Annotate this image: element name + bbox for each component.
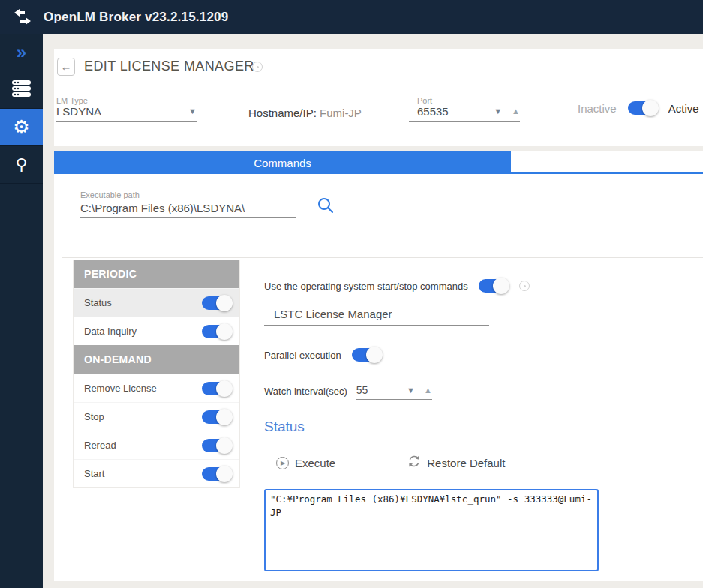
lm-type-field: LM Type ▼	[56, 96, 197, 122]
start-toggle[interactable]	[202, 467, 230, 481]
command-row-stop[interactable]: Stop	[74, 402, 239, 430]
sidebar-item-servers[interactable]	[0, 71, 43, 109]
play-circle-icon: ▶	[276, 457, 289, 470]
port-decrement-icon[interactable]: ▼	[494, 107, 502, 116]
watch-increment-icon[interactable]: ▲	[424, 386, 432, 394]
command-row-label: Data Inquiry	[84, 326, 137, 337]
reread-toggle[interactable]	[202, 439, 230, 452]
restore-default-label: Restore Default	[427, 457, 505, 470]
remove-license-toggle[interactable]	[202, 382, 230, 395]
execute-button[interactable]: ▶ Execute	[276, 457, 335, 470]
hostname-field: Hostname/IP: Fumi-JP	[248, 106, 362, 119]
tab-commands[interactable]: Commands	[54, 152, 511, 174]
executable-path-input[interactable]	[80, 202, 296, 218]
page-title: EDIT LICENSE MANAGER	[84, 58, 254, 74]
refresh-icon	[407, 454, 421, 471]
parallel-execution-label: Parallel execution	[264, 350, 341, 361]
execute-label: Execute	[295, 457, 335, 470]
port-label: Port	[409, 96, 520, 105]
bottom-divider	[62, 580, 703, 580]
stop-toggle[interactable]	[202, 410, 230, 424]
app-title: OpenLM Broker v23.2.15.1209	[44, 10, 228, 25]
title-info-icon	[252, 62, 263, 72]
active-label: Active	[668, 102, 699, 115]
topbar: OpenLM Broker v23.2.15.1209	[0, 0, 703, 34]
double-chevron-right-icon: »	[17, 44, 26, 62]
lm-type-label: LM Type	[56, 96, 197, 105]
port-input[interactable]	[417, 105, 470, 118]
port-increment-icon[interactable]: ▲	[512, 107, 520, 116]
command-row-status[interactable]: Status	[74, 288, 239, 316]
browse-search-button[interactable]	[317, 196, 335, 214]
watch-interval-input[interactable]	[356, 384, 388, 396]
command-row-label: Stop	[84, 411, 104, 422]
os-commands-toggle[interactable]	[479, 279, 507, 292]
command-row-reread[interactable]: Reread	[74, 430, 239, 459]
search-icon	[317, 196, 335, 214]
status-actions: ▶ Execute Restore Default	[276, 454, 505, 471]
watch-interval-label: Watch interval(sec)	[264, 386, 347, 400]
executable-path-label: Executable path	[80, 190, 296, 200]
command-list: PERIODIC Status Data Inquiry ON-DEMAND R…	[73, 260, 240, 488]
command-row-start[interactable]: Start	[74, 459, 239, 488]
server-stack-icon	[11, 80, 32, 100]
executable-path-field: Executable path	[80, 190, 296, 218]
edit-license-manager-card: ← EDIT LICENSE MANAGER LM Type ▼ Hostnam…	[54, 49, 703, 146]
restore-default-button[interactable]: Restore Default	[407, 454, 505, 471]
data-inquiry-toggle[interactable]	[202, 325, 230, 338]
command-row-label: Remove License	[84, 382, 157, 394]
tab-strip: Commands	[54, 152, 703, 174]
command-section-header: PERIODIC	[74, 260, 239, 288]
service-name-input[interactable]	[264, 303, 489, 326]
status-command-textarea[interactable]: "C:¥Program Files (x86)¥LSDYNA¥lstc_qrun…	[264, 489, 599, 572]
parallel-execution-toggle[interactable]	[352, 348, 380, 362]
sidebar-expand-button[interactable]: »	[0, 34, 43, 71]
main-page: ← EDIT LICENSE MANAGER LM Type ▼ Hostnam…	[43, 34, 703, 588]
os-commands-info-icon	[519, 280, 530, 291]
watch-interval-row: Watch interval(sec) ▼ ▲	[264, 384, 432, 400]
command-row-data-inquiry[interactable]: Data Inquiry	[74, 316, 239, 345]
lm-state-toggle-group: Inactive Active	[578, 101, 699, 115]
sidebar-item-settings[interactable]: ⚙	[0, 109, 43, 146]
hostname-label: Hostname/IP:	[248, 106, 317, 119]
service-name-field	[264, 303, 489, 326]
sidebar-item-tools[interactable]: ⚲	[0, 146, 43, 184]
os-commands-label: Use the operating system start/stop comm…	[264, 280, 468, 292]
hostname-value: Fumi-JP	[320, 106, 362, 119]
status-toggle[interactable]	[202, 296, 230, 310]
lm-state-toggle[interactable]	[628, 101, 656, 115]
status-section-title: Status	[264, 418, 305, 435]
section-divider	[62, 257, 703, 258]
openlm-logo-icon	[11, 8, 34, 27]
tools-icon: ⚲	[15, 157, 27, 173]
command-row-label: Reread	[84, 440, 116, 451]
lm-type-select[interactable]	[56, 105, 188, 118]
watch-decrement-icon[interactable]: ▼	[407, 386, 415, 394]
inactive-label: Inactive	[578, 102, 617, 115]
command-row-remove-license[interactable]: Remove License	[74, 374, 239, 402]
port-field: Port ▼ ▲	[409, 96, 520, 122]
command-section-header: ON-DEMAND	[74, 345, 239, 374]
command-row-label: Status	[84, 297, 112, 308]
chevron-down-icon[interactable]: ▼	[188, 107, 197, 116]
tab-strip-rest[interactable]	[511, 152, 703, 174]
os-commands-row: Use the operating system start/stop comm…	[264, 279, 530, 292]
parallel-execution-row: Parallel execution	[264, 348, 380, 362]
sidebar: » ⚙ ⚲	[0, 34, 43, 588]
gear-icon: ⚙	[13, 118, 29, 136]
commands-panel: Executable path PERIODIC Status Data Inq…	[54, 174, 703, 581]
command-row-label: Start	[84, 468, 104, 479]
back-button[interactable]: ←	[57, 58, 75, 76]
